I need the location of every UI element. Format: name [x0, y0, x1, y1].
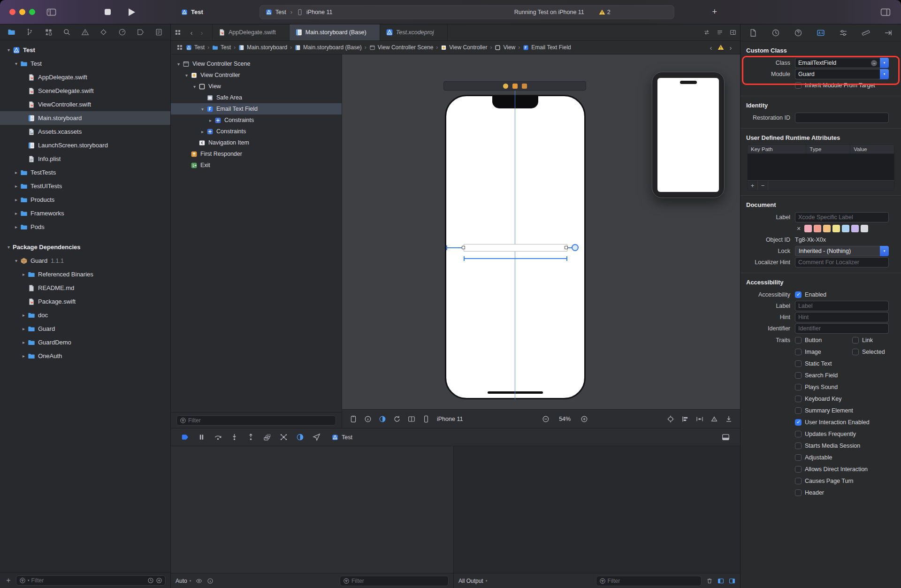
trait-user-interaction-enabled[interactable]: User Interaction Enabled [795, 419, 870, 426]
outline-row[interactable]: ▸Constraints [171, 115, 342, 126]
outline-row[interactable]: ▸Constraints [171, 126, 342, 137]
source-control-filter-icon[interactable] [156, 577, 162, 584]
environment-overrides-icon[interactable] [296, 433, 304, 441]
find-navigator-icon[interactable] [63, 28, 71, 36]
close-window-button[interactable] [9, 9, 15, 15]
trait-updates-frequently[interactable]: Updates Frequently [795, 431, 856, 437]
report-navigator-icon[interactable] [155, 28, 163, 36]
outline-row[interactable]: ▾View Controller [171, 69, 342, 81]
navigator-item[interactable]: ▾Test [0, 57, 170, 70]
navigator-item[interactable]: ▸TestTests [0, 166, 170, 179]
disclosure-open-icon[interactable]: ▾ [191, 84, 199, 89]
trait-summary-element[interactable]: Summary Element [795, 407, 853, 414]
quicklook-icon[interactable] [196, 578, 202, 584]
add-editor-icon[interactable] [730, 29, 736, 36]
restoration-id-field[interactable] [795, 113, 889, 123]
related-items-icon[interactable] [176, 44, 183, 51]
memory-graph-icon[interactable] [280, 433, 288, 441]
warning-badge[interactable]: 2 [599, 9, 611, 15]
toggle-inspector-icon[interactable] [880, 8, 891, 16]
outline-row[interactable]: Safe Area [171, 92, 342, 103]
checkbox[interactable] [795, 396, 802, 402]
add-constraints-icon[interactable] [696, 415, 703, 423]
breakpoint-navigator-icon[interactable] [137, 28, 145, 36]
variables-scope-popup[interactable]: Auto ▾ [176, 578, 191, 584]
checkbox[interactable] [852, 337, 859, 344]
breadcrumb-item[interactable]: Email Text Field [523, 44, 571, 51]
document-label-field[interactable]: Xcode Specific Label [795, 212, 889, 222]
appearance-toggle-icon[interactable] [379, 415, 386, 423]
navigator-item[interactable]: ▸doc [0, 308, 170, 322]
editor-options-icon[interactable] [717, 29, 723, 36]
debug-view-hierarchy-icon[interactable] [263, 433, 271, 441]
scheme-name[interactable]: Test [275, 9, 286, 15]
print-description-icon[interactable] [207, 578, 214, 584]
attributes-inspector-tab[interactable] [839, 29, 848, 37]
run-button[interactable] [126, 6, 138, 18]
editor-tab[interactable]: AppDelegate.swift [213, 24, 290, 40]
trait-image[interactable]: Image [795, 349, 852, 355]
tab-overview-icon[interactable] [175, 29, 181, 36]
navigator-item[interactable]: Info.plist [0, 152, 170, 166]
scene-dock[interactable] [443, 81, 586, 91]
label-color-swatch[interactable] [814, 225, 821, 232]
show-console-view-icon[interactable] [729, 578, 735, 584]
outline-row[interactable]: First Responder [171, 148, 342, 160]
email-text-field[interactable] [464, 244, 567, 252]
update-frames-icon[interactable] [725, 415, 733, 423]
checkbox[interactable] [795, 337, 802, 344]
disclosure-closed-icon[interactable]: ▸ [20, 353, 28, 359]
navigator-item[interactable]: ▸Frameworks [0, 206, 170, 220]
size-inspector-tab[interactable] [862, 29, 870, 37]
adaptation-icon[interactable] [408, 415, 415, 423]
navigator-item[interactable]: ▾Package Dependencies [0, 240, 170, 254]
disclosure-closed-icon[interactable]: ▸ [12, 211, 20, 216]
inherit-module-checkbox[interactable]: Inherit Module From Target [795, 82, 875, 89]
toggle-navigator-icon[interactable] [46, 8, 56, 16]
disclosure-closed-icon[interactable]: ▸ [20, 313, 28, 318]
trait-link[interactable]: Link [852, 337, 873, 344]
test-navigator-icon[interactable] [99, 28, 107, 36]
navigator-item[interactable]: ▸Pods [0, 220, 170, 234]
selection-knob[interactable] [572, 244, 579, 251]
disclosure-open-icon[interactable]: ▾ [5, 47, 13, 53]
class-dropdown-button[interactable]: ▾ [880, 58, 889, 68]
trait-header[interactable]: Header [795, 489, 824, 496]
editor-tab[interactable]: Test.xcodeproj [380, 24, 448, 40]
navigator-item[interactable]: Assets.xcassets [0, 125, 170, 138]
project-navigator-icon[interactable] [8, 28, 15, 36]
disclosure-open-icon[interactable]: ▾ [175, 61, 183, 67]
disclosure-closed-icon[interactable]: ▸ [20, 326, 28, 331]
checkbox[interactable] [795, 489, 802, 496]
label-color-swatch[interactable] [861, 225, 868, 232]
accessibility-preview-icon[interactable] [364, 415, 372, 423]
label-color-swatch[interactable] [842, 225, 849, 232]
outline-row[interactable]: Navigation Item [171, 137, 342, 148]
breadcrumb-item[interactable]: View Controller Scene [369, 44, 434, 51]
outline-row[interactable]: ▾View Controller Scene [171, 58, 342, 69]
jump-to-class-icon[interactable]: → [871, 60, 877, 66]
step-over-icon[interactable] [214, 433, 222, 441]
navigator-item[interactable]: ▾Guard1.1.1 [0, 254, 170, 267]
disclosure-closed-icon[interactable]: ▸ [12, 183, 20, 189]
breadcrumb-item[interactable]: Test [212, 44, 231, 51]
file-inspector-tab[interactable] [749, 29, 757, 37]
module-dropdown-button[interactable]: ▾ [880, 69, 889, 79]
checkbox[interactable] [795, 443, 802, 449]
zoom-level[interactable]: 54% [557, 416, 573, 422]
console-output[interactable] [454, 446, 740, 573]
outline-row[interactable]: Exit [171, 160, 342, 171]
step-out-icon[interactable] [247, 433, 255, 441]
navigator-item[interactable]: Package.swift [0, 295, 170, 308]
running-process[interactable]: Test [332, 434, 352, 441]
history-inspector-tab[interactable] [771, 29, 780, 37]
navigator-item[interactable]: ▸Products [0, 193, 170, 206]
stop-button[interactable] [101, 6, 114, 18]
zoom-out-icon[interactable] [542, 415, 550, 423]
scheme-destination[interactable]: iPhone 11 [306, 9, 332, 15]
label-color-swatch[interactable] [851, 225, 859, 232]
breakpoints-toggle-icon[interactable] [181, 433, 189, 441]
issue-navigator-icon[interactable] [81, 28, 89, 36]
trait-button[interactable]: Button [795, 337, 852, 344]
navigator-item[interactable]: ▸OneAuth [0, 349, 170, 363]
